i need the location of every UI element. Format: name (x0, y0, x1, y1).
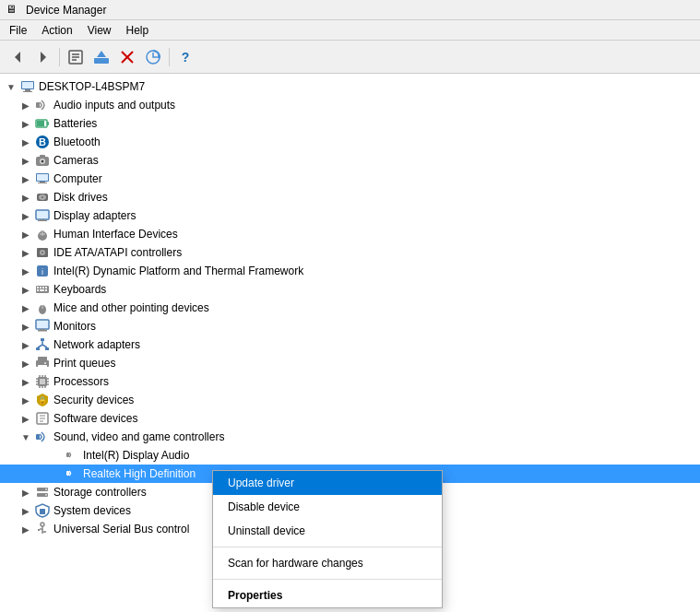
svg-rect-34 (37, 211, 48, 218)
tree-item-intel[interactable]: ▶ i Intel(R) Dynamic Platform and Therma… (0, 262, 700, 280)
svg-rect-13 (25, 89, 30, 91)
svg-rect-35 (40, 219, 45, 220)
svg-rect-70 (44, 362, 46, 364)
cameras-chevron: ▶ (18, 153, 33, 168)
tree-item-monitors[interactable]: ▶ Monitors (0, 317, 700, 335)
software-chevron: ▶ (18, 411, 33, 426)
context-menu: Update driver Disable device Uninstall d… (212, 470, 443, 608)
tree-item-cameras[interactable]: ▶ Cameras (0, 151, 700, 170)
tree-item-print[interactable]: ▶ Print queues (0, 354, 700, 372)
print-chevron: ▶ (18, 356, 33, 371)
uninstall-button[interactable] (115, 45, 139, 69)
software-label: Software devices (52, 412, 137, 425)
main-content[interactable]: ▼ DESKTOP-L4BSPM7 ▶ Audio (0, 74, 700, 612)
tree-item-ide[interactable]: ▶ IDE ATA/ATAPI controllers (0, 243, 700, 262)
menu-action[interactable]: Action (34, 22, 79, 39)
menu-help[interactable]: Help (119, 22, 157, 39)
help-button[interactable]: ? (173, 45, 197, 69)
storage-icon (35, 485, 50, 500)
context-scan-hardware[interactable]: Scan for hardware changes (213, 551, 442, 575)
computer-chevron: ▶ (18, 171, 33, 186)
properties-button[interactable] (64, 45, 88, 69)
tree-root[interactable]: ▼ DESKTOP-L4BSPM7 (0, 77, 700, 96)
hid-label: Human Interface Devices (52, 228, 178, 241)
menu-view[interactable]: View (80, 22, 119, 39)
tree-item-network[interactable]: ▶ Network adapters (0, 335, 700, 354)
svg-rect-50 (45, 287, 47, 288)
window-icon: 🖥 (6, 3, 20, 18)
update-driver-button[interactable] (89, 45, 113, 69)
keyboards-label: Keyboards (52, 283, 106, 296)
svg-rect-47 (37, 287, 39, 288)
svg-rect-90 (36, 434, 40, 440)
menu-file[interactable]: File (2, 22, 34, 39)
context-menu-separator-2 (213, 579, 442, 580)
svg-marker-0 (15, 52, 20, 63)
display-chevron: ▶ (18, 208, 33, 223)
tree-item-audio[interactable]: ▶ Audio inputs and outputs (0, 96, 700, 114)
scan-button[interactable] (141, 45, 165, 69)
svg-rect-61 (41, 338, 44, 341)
tree-item-sound[interactable]: ▼ Sound, video and game controllers (0, 428, 700, 446)
tree-item-processors[interactable]: ▶ Proces (0, 372, 700, 391)
tree-item-disk[interactable]: ▶ Disk drives (0, 188, 700, 206)
svg-rect-51 (37, 289, 39, 291)
svg-rect-101 (38, 529, 40, 531)
display-icon (35, 208, 50, 223)
computer-label: Computer (52, 172, 102, 185)
context-properties[interactable]: Properties (213, 583, 442, 607)
tree-item-security[interactable]: ▶ 🔒 Security devices (0, 391, 700, 409)
svg-marker-7 (97, 51, 106, 57)
network-label: Network adapters (52, 338, 140, 351)
cameras-icon (35, 153, 50, 168)
tree-item-bluetooth[interactable]: ▶ B Bluetooth (0, 133, 700, 151)
tree-item-display[interactable]: ▶ Display adapters (0, 206, 700, 225)
context-uninstall-device[interactable]: Uninstall device (213, 519, 442, 543)
forward-button[interactable] (31, 45, 55, 69)
svg-rect-69 (38, 365, 47, 369)
toolbar: ? (0, 41, 700, 74)
svg-rect-91 (66, 453, 69, 457)
root-chevron: ▼ (4, 79, 18, 94)
svg-rect-28 (40, 182, 45, 182)
security-label: Security devices (52, 394, 134, 406)
svg-rect-6 (94, 58, 109, 64)
bluetooth-chevron: ▶ (18, 135, 33, 149)
processors-label: Processors (52, 375, 109, 388)
cameras-label: Cameras (52, 154, 99, 167)
tree-item-software[interactable]: ▶ Software devices (0, 409, 700, 428)
processors-icon (35, 374, 50, 389)
processors-chevron: ▶ (18, 374, 33, 389)
batteries-chevron: ▶ (18, 116, 33, 131)
intel-chevron: ▶ (18, 264, 33, 278)
back-button[interactable] (6, 45, 30, 69)
tree-item-keyboards[interactable]: ▶ Keyboards (0, 280, 700, 299)
svg-point-32 (42, 196, 43, 198)
svg-rect-67 (38, 357, 47, 360)
tree-item-mice[interactable]: ▶ Mice and other pointing devices (0, 299, 700, 317)
disk-label: Disk drives (52, 191, 108, 204)
tree-item-hid[interactable]: ▶ Human Interface Devices (0, 225, 700, 243)
tree-item-intel-audio[interactable]: ▶ Intel(R) Display Audio (0, 446, 700, 465)
audio-icon (35, 98, 50, 112)
context-update-driver[interactable]: Update driver (213, 471, 442, 495)
tree-item-batteries[interactable]: ▶ Batteries (0, 114, 700, 133)
title-bar: 🖥 Device Manager (0, 0, 700, 20)
window-title: Device Manager (26, 4, 106, 17)
svg-text:i: i (42, 267, 43, 277)
svg-point-98 (41, 523, 44, 526)
bluetooth-label: Bluetooth (52, 135, 101, 148)
svg-point-43 (42, 252, 43, 253)
storage-chevron: ▶ (18, 485, 33, 500)
mice-label: Mice and other pointing devices (52, 301, 209, 314)
svg-rect-29 (38, 182, 47, 183)
security-icon: 🔒 (35, 393, 50, 407)
svg-rect-19 (37, 121, 44, 126)
context-disable-device[interactable]: Disable device (213, 495, 442, 519)
hid-icon (35, 227, 50, 241)
intel-audio-icon (65, 448, 79, 463)
realtek-icon (65, 466, 79, 481)
ide-label: IDE ATA/ATAPI controllers (52, 246, 182, 259)
tree-item-computer[interactable]: ▶ Computer (0, 170, 700, 188)
monitors-icon (35, 319, 50, 334)
